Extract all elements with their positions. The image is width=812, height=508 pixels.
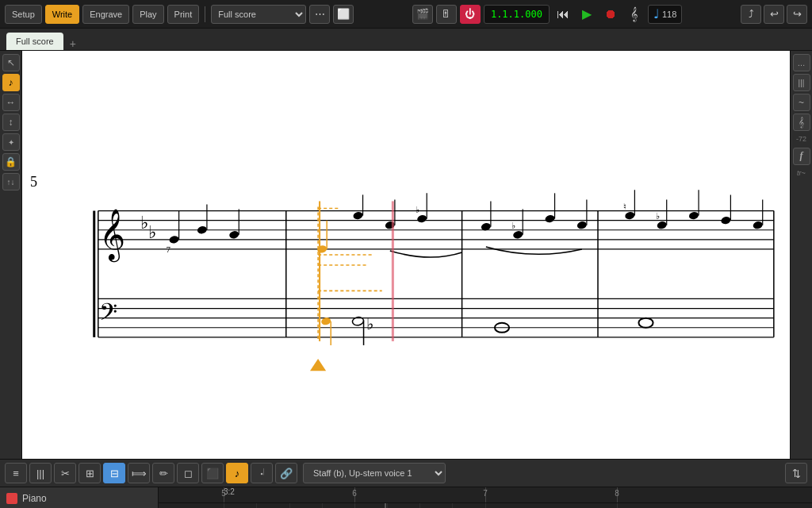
add-score-tab-btn[interactable]: + (67, 37, 79, 50)
vline-8 (617, 503, 618, 508)
select-tool-btn[interactable]: ↖ (2, 54, 20, 71)
list-view-btn[interactable]: ≡ (5, 463, 27, 483)
active-roll-btn[interactable]: ⊟ (103, 463, 125, 483)
piano-roll-grid: 3:2 5 6 7 8 (159, 487, 812, 508)
chord-roll-btn[interactable]: 𝆺𝅥 (251, 463, 273, 483)
beat-5-label: 5 (221, 489, 226, 498)
redo-btn[interactable]: ↪ (787, 5, 807, 24)
play-btn[interactable]: ▶ (576, 5, 597, 24)
svg-text:♭: ♭ (656, 211, 660, 221)
staff-select[interactable]: Staff (b), Up-stem voice 1 (303, 463, 446, 483)
svg-text:7: 7 (167, 244, 171, 254)
mixer-btn[interactable]: 🎚 (436, 5, 457, 24)
fill-btn[interactable]: ⬛ (201, 463, 224, 483)
roll-body (159, 503, 812, 508)
vline-5 (224, 503, 224, 508)
mixer-expand-btn[interactable]: ⇅ (785, 463, 807, 483)
top-toolbar: Setup Write Engrave Play Print Full scor… (0, 0, 812, 29)
play-toolbar: ≡ ||| ✂ ⊞ ⊟ ⟾ ✏ ◻ ⬛ ♪ 𝆺𝅥 🔗 Staff (b), Up… (0, 459, 812, 487)
piano-color-dot (6, 493, 17, 504)
piano-instrument-label: Piano (22, 493, 47, 504)
grid-btn[interactable]: ⊞ (79, 463, 101, 483)
dynamics-sidebar-btn[interactable]: f (793, 148, 810, 165)
main-area: ↖ ♪ ↔ ↕ ✦ 🔒 ↑↓ 5 (0, 51, 812, 459)
track-btn[interactable]: ⟾ (128, 463, 150, 483)
right-sidebar: … ||| ~ 𝄞 -72 f tr~ (790, 51, 812, 459)
svg-text:♭: ♭ (511, 221, 515, 230)
score-svg: 5 𝄞 (22, 51, 790, 459)
voice-tool-btn[interactable]: ↔ (2, 94, 20, 111)
note-input-btn[interactable]: ♪ (2, 74, 20, 91)
mixer-sidebar-btn[interactable]: ||| (793, 74, 810, 91)
link-btn[interactable]: 🔗 (275, 463, 297, 483)
metronome-btn[interactable]: 𝄞 (624, 5, 645, 24)
chord-btn[interactable]: 𝄞 (793, 114, 810, 131)
tempo-display: ♩ 118 (648, 5, 682, 24)
piano-roll-container: Piano C3 (0, 487, 812, 508)
beat-6-label: 6 (352, 489, 357, 498)
undo-btn[interactable]: ↩ (764, 5, 784, 24)
svg-text:♭: ♭ (416, 205, 419, 214)
zoom-label: -72 (795, 133, 808, 145)
engrave-tab[interactable]: Engrave (82, 5, 129, 24)
subdiv (387, 503, 388, 508)
tempo-sidebar-btn[interactable]: ~ (793, 94, 810, 111)
dynamics-tool-btn[interactable]: ↕ (2, 114, 20, 131)
bar-view-btn[interactable]: ||| (29, 463, 52, 483)
svg-text:𝄢: 𝄢 (99, 299, 117, 331)
vline-7 (485, 503, 486, 508)
note-icon: ♩ (653, 6, 660, 21)
measure-number: 5 (30, 174, 37, 190)
scissors-btn[interactable]: ✂ (54, 463, 76, 483)
svg-text:♭: ♭ (366, 315, 373, 333)
erase-btn[interactable]: ◻ (177, 463, 199, 483)
score-view-select[interactable]: Full score (211, 5, 306, 24)
left-sidebar: ↖ ♪ ↔ ↕ ✦ 🔒 ↑↓ (0, 51, 22, 459)
subdiv (289, 503, 290, 508)
trill-btn[interactable]: tr~ (795, 167, 807, 179)
cursor-vline (385, 503, 386, 508)
lock-btn[interactable]: 🔒 (2, 153, 20, 171)
record-btn[interactable]: ⏺ (600, 5, 621, 24)
piano-keyboard: Piano C3 (0, 487, 159, 508)
print-tab[interactable]: Print (167, 5, 200, 24)
roll-header: 3:2 5 6 7 8 (159, 487, 812, 503)
window-mode-btn[interactable]: ⬜ (333, 5, 354, 24)
position-display: 1.1.1.000 (484, 5, 550, 24)
film-btn[interactable]: 🎬 (412, 5, 433, 24)
beat-8-label: 8 (615, 489, 619, 498)
svg-rect-72 (319, 201, 320, 341)
write-tab[interactable]: Write (45, 5, 79, 24)
right-icons: ⤴ ↩ ↪ (741, 5, 807, 24)
vline-6 (354, 503, 355, 508)
svg-text:𝄞: 𝄞 (99, 209, 125, 263)
transport-controls: 🎬 🎚 ⏻ 1.1.1.000 ⏮ ▶ ⏺ 𝄞 ♩ 118 (412, 5, 682, 24)
layout-btn[interactable]: ↑↓ (2, 173, 20, 190)
piano-label-row: Piano (0, 487, 158, 508)
subdiv (452, 503, 453, 508)
play-tab[interactable]: Play (132, 5, 163, 24)
rewind-btn[interactable]: ⏮ (553, 5, 573, 24)
more-options-btn[interactable]: ⋯ (309, 5, 330, 24)
subdiv (419, 503, 420, 508)
sep1 (205, 6, 205, 22)
svg-rect-71 (392, 201, 394, 341)
full-score-tab[interactable]: Full score (6, 33, 63, 50)
svg-text:♮: ♮ (623, 202, 626, 211)
note-btn[interactable]: ♪ (226, 463, 248, 483)
setup-tab[interactable]: Setup (5, 5, 42, 24)
subdiv (322, 503, 323, 508)
ornament-btn[interactable]: ✦ (2, 133, 20, 151)
tab-bar: Full score + (0, 29, 812, 51)
properties-btn[interactable]: … (793, 54, 810, 71)
export-btn[interactable]: ⤴ (741, 5, 761, 24)
svg-text:♭: ♭ (140, 213, 148, 233)
subdiv (256, 503, 257, 508)
power-btn[interactable]: ⏻ (460, 5, 481, 24)
score-area: 5 𝄞 (22, 51, 790, 459)
svg-text:♭: ♭ (148, 222, 156, 242)
tempo-value: 118 (662, 10, 676, 19)
beat-7-label: 7 (483, 489, 488, 498)
draw-btn[interactable]: ✏ (152, 463, 174, 483)
